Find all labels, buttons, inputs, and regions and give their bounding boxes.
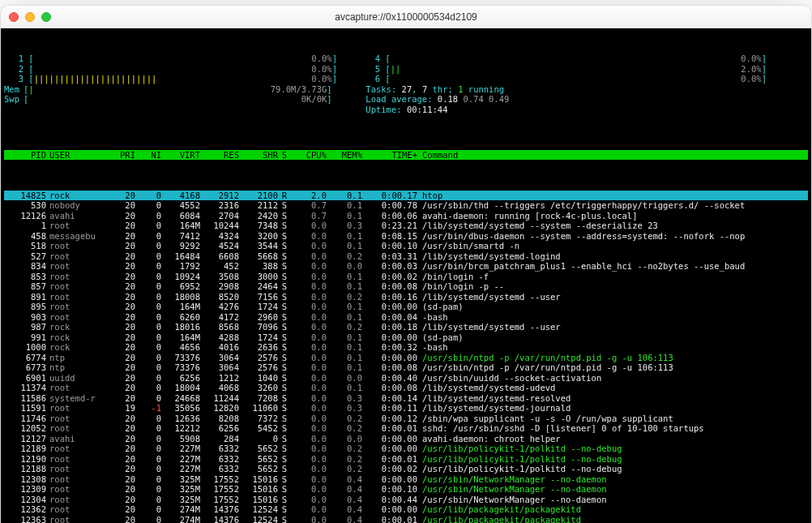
uptime-line: Uptime: 00:11:44 [361, 105, 808, 115]
process-row[interactable]: 987rock2001801685687096S0.00.20:00.18/li… [4, 322, 808, 332]
process-row[interactable]: 6773ntp2007337630642576S0.00.10:00.08/us… [4, 362, 808, 373]
process-row[interactable]: 458messagebu200741243243200S0.00.10:08.1… [4, 231, 808, 242]
process-row[interactable]: 6774ntp2007337630642576S0.00.10:00.00/us… [4, 353, 808, 363]
cpu-meter: 5 [||2.0%] [361, 64, 808, 75]
process-row[interactable]: 895root200164M42761724S0.00.10:00.00(sd-… [4, 302, 808, 312]
process-row[interactable]: 12127avahi20059082840S0.00.00:00.00avahi… [4, 434, 808, 444]
process-row[interactable]: 12308root200325M1755215016S0.00.40:00.00… [4, 474, 808, 485]
process-row[interactable]: 853root2001092435083000S0.00.10:00.02/bi… [4, 272, 808, 282]
mem-meter: Mem[|79.0M/3.73G] [4, 84, 361, 95]
process-row[interactable]: 857root200695229082464S0.00.10:00.08/bin… [4, 281, 808, 292]
process-row[interactable]: 12190root200227M63325652S0.00.20:00.01/u… [4, 454, 808, 465]
process-row[interactable]: 1root200164M102447348S0.00.30:23.21/lib/… [4, 221, 808, 231]
process-row[interactable]: 12362root200274M1437612524S0.00.40:00.00… [4, 504, 808, 515]
process-row[interactable]: 12363root200274M1437612524S0.00.40:00.01… [4, 515, 808, 524]
process-row[interactable]: 12126avahi200608427042420S0.70.10:00.06a… [4, 211, 808, 221]
process-row[interactable]: 11746root2001263682087372S0.00.20:00.12/… [4, 414, 808, 424]
titlebar: avcapture://0x1100000534d2109 [1, 6, 811, 28]
process-row[interactable]: 527root2001648466085668S0.00.20:03.31/li… [4, 251, 808, 262]
process-row[interactable]: 11374root2001800440683260S0.00.10:00.08/… [4, 383, 808, 393]
cpu-meter: 2 [0.0%] [4, 64, 361, 75]
terminal: 1 [0.0%]2 [0.0%]3 [|||||||||||||||||||||… [1, 28, 811, 523]
process-row[interactable]: 11586systemd-r20024668112447208S0.00.30:… [4, 393, 808, 404]
tasks-line: Tasks: 27, 7 thr; 1 running [361, 84, 808, 95]
mem-meter: Swp[0K/0K] [4, 94, 361, 105]
process-row[interactable]: 12052root2001221262565452S0.00.20:00.01s… [4, 423, 808, 434]
cpu-meter: 6 [0.0%] [361, 74, 808, 84]
process-row[interactable]: 12188root200227M63325652S0.00.20:00.02/u… [4, 464, 808, 474]
process-row[interactable]: 6901uuidd200625612121040S0.00.00:00.40/u… [4, 373, 808, 384]
window-title: avcapture://0x1100000534d2109 [1, 11, 811, 23]
app-window: avcapture://0x1100000534d2109 1 [0.0%]2 … [0, 5, 812, 523]
process-row[interactable]: 903root200626041722960S0.00.10:00.04-bas… [4, 312, 808, 323]
process-row[interactable]: 12304root200325M1755215016S0.00.40:00.44… [4, 495, 808, 505]
process-row[interactable]: 12189root200227M63325652S0.00.20:00.00/u… [4, 444, 808, 454]
process-row[interactable]: 891root2001800885207156S0.00.20:00.16/li… [4, 292, 808, 302]
cpu-meter: 3 [||||||||||||||||||||||||0.0%] [4, 74, 361, 84]
process-row[interactable]: 518root200929245243544S0.00.10:00.10/usr… [4, 241, 808, 251]
cpu-meter: 4 [0.0%] [361, 54, 808, 64]
load-line: Load average: 0.18 0.74 0.49 [361, 94, 808, 105]
process-list: 14825rock200416829122100R2.00.10:00.17ht… [4, 191, 808, 524]
process-row[interactable]: 11591root19-1350561282011060S0.00.30:00.… [4, 403, 808, 414]
process-row[interactable]: 834root2001792452388S0.00.00:00.03/usr/b… [4, 261, 808, 272]
process-row[interactable]: 530nobody200455223162112S0.70.10:00.78/u… [4, 200, 808, 211]
process-row[interactable]: 1000rock200465640162636S0.00.10:00.32-ba… [4, 342, 808, 353]
column-header[interactable]: PID USER PRI NI VIRT RES SHR S CPU% MEM%… [4, 150, 808, 161]
process-row[interactable]: 14825rock200416829122100R2.00.10:00.17ht… [4, 191, 808, 201]
process-row[interactable]: 12309root200325M1755215016S0.00.40:00.10… [4, 484, 808, 495]
cpu-meter: 1 [0.0%] [4, 54, 361, 64]
process-row[interactable]: 991rock200164M42881724S0.00.10:00.00(sd-… [4, 332, 808, 343]
